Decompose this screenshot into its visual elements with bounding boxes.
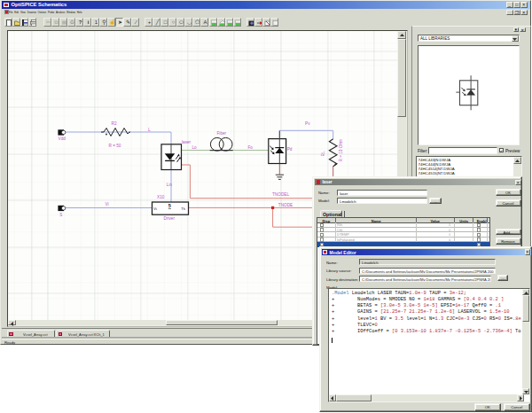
svg-text:RL: RL [320,151,325,156]
svg-text:Vdd: Vdd [58,136,66,141]
svg-text:Fiber: Fiber [216,131,226,136]
svg-text:Vi: Vi [105,202,108,206]
svg-text:Vi: Vi [153,206,157,211]
svg-text:TNODEL: TNODEL [272,191,289,196]
svg-text:S: S [59,213,62,217]
svg-text:X10: X10 [157,194,165,199]
svg-text:laser: laser [182,139,192,144]
svg-text:Pv: Pv [305,121,310,126]
svg-text:L: L [148,127,151,131]
svg-text:Lo: Lo [192,145,197,150]
svg-text:5: 5 [168,203,170,208]
svg-text:R2: R2 [111,121,116,126]
svg-text:Pd: Pd [286,147,292,152]
svg-text:Lin: Lin [166,183,172,187]
svg-text:R = 50: R = 50 [108,143,121,147]
svg-text:R = 10 Ohm: R = 10 Ohm [338,139,342,161]
svg-text:TNODE: TNODE [278,202,292,206]
svg-text:Fo: Fo [247,145,253,150]
svg-text:Th: Th [181,206,185,211]
svg-text:Driver: Driver [163,216,175,221]
